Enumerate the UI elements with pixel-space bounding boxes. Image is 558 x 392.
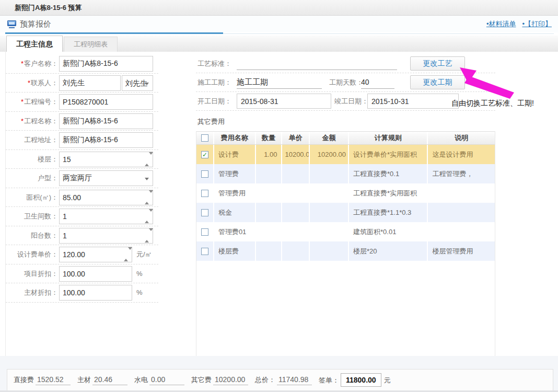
customer-name-input[interactable] (60, 56, 153, 71)
fee-calc-rule: 工程直接费*1.1*0.3 (349, 203, 428, 222)
fee-checkbox-cell (196, 183, 214, 203)
toolbar-divider (223, 33, 554, 34)
column-header: 计算规则 (349, 132, 428, 144)
checkbox-unchecked[interactable] (201, 190, 208, 197)
sign-amount-input[interactable]: 11800.00 (341, 373, 381, 387)
design-fee-unit-price-input[interactable] (60, 247, 132, 262)
checkbox-checked[interactable]: ✓ (201, 151, 208, 158)
fee-row-楼层费[interactable]: 楼层费楼层*20楼层管理费用 (196, 241, 495, 261)
tab-project-main-info[interactable]: 工程主信息 (6, 36, 63, 52)
bathroom-count-field (59, 209, 153, 224)
project-address-input[interactable] (60, 133, 153, 147)
design-fee-unit-price-field (59, 247, 132, 262)
project-form: *客户名称：*联系人：刘先生*工程编号：*工程名称：工程地址：楼层：户型：面积(… (6, 54, 158, 303)
area-input[interactable] (60, 190, 153, 205)
toolbar: 预算报价 •材料清单•【打印】 (0, 16, 558, 32)
spinner-up-icon[interactable] (145, 193, 149, 204)
fee-row-管理费[interactable]: 管理费工程直接费*0.1工程管理费， (196, 164, 495, 183)
fee-note: 楼层管理费用 (428, 241, 495, 261)
balcony-count-field (59, 228, 153, 244)
form-row-project-name: *工程名称： (6, 112, 158, 131)
material-discount-input[interactable] (60, 285, 132, 300)
main-material-value: 20.46 (92, 375, 127, 385)
chevron-down-icon[interactable] (145, 178, 149, 180)
spinner-up-icon[interactable] (145, 212, 149, 223)
spinner-down-icon[interactable] (149, 209, 153, 221)
summary-main-material: 主材20.46 (77, 375, 127, 385)
fee-checkbox-cell (196, 241, 214, 261)
checkbox-unchecked[interactable] (201, 228, 208, 236)
project-no-input[interactable] (60, 95, 153, 109)
project-name-input[interactable] (60, 114, 153, 129)
annotation-arrow (447, 65, 526, 102)
contact-person-select[interactable]: 刘先生 (122, 75, 153, 91)
balcony-count-spinner[interactable] (145, 231, 150, 240)
spinner-down-icon[interactable] (149, 152, 153, 164)
fee-calc-rule: 工程直接费*实用面积 (349, 183, 428, 203)
project-name-field (59, 113, 153, 129)
total-price-label: 总价： (255, 375, 275, 385)
print-link[interactable]: •【打印】 (522, 19, 552, 29)
balcony-count-input[interactable] (60, 228, 153, 243)
schedule-days-label: 工期天数： (329, 73, 363, 92)
fee-calc-rule: 楼层*20 (349, 241, 428, 261)
form-row-balcony-count: 阳台数： (6, 226, 158, 246)
column-header: 数量 (256, 132, 283, 144)
project-discount-unit: % (136, 264, 143, 283)
fee-qty: 1.00 (256, 145, 283, 164)
checkbox-unchecked[interactable] (201, 209, 208, 216)
start-date-input[interactable] (237, 94, 331, 108)
fee-note (428, 183, 495, 203)
direct-fee-label: 直接费 (14, 375, 34, 385)
project-discount-input[interactable] (60, 267, 132, 281)
contact-person-input[interactable] (60, 76, 120, 90)
bathroom-count-input[interactable] (60, 209, 153, 224)
window-titlebar: 新熙门A栋8-15-6 预算 (0, 0, 558, 16)
form-row-project-address: 工程地址： (6, 131, 158, 150)
sign-unit: 元 (384, 376, 391, 385)
form-row-customer-name: *客户名称： (6, 54, 158, 74)
fee-checkbox-cell (196, 222, 214, 241)
spinner-down-icon[interactable] (128, 247, 132, 259)
fee-unit-price (282, 222, 310, 241)
fee-unit-price (282, 183, 310, 203)
select-all-checkbox[interactable] (201, 134, 208, 142)
spinner-up-icon[interactable] (145, 231, 149, 243)
end-date-input[interactable] (368, 94, 458, 108)
summary-sign: 签单：11800.00元 (319, 373, 391, 387)
spinner-up-icon[interactable] (124, 250, 128, 261)
required-marker: * (28, 79, 30, 87)
fee-row-管理费用[interactable]: 管理费用工程直接费*实用面积 (196, 183, 495, 203)
materials-list-link[interactable]: •材料清单 (486, 19, 516, 29)
fee-amount (310, 203, 349, 222)
spinner-down-icon[interactable] (149, 228, 153, 240)
project-discount-field (59, 266, 132, 282)
house-type-input[interactable] (60, 171, 153, 186)
fee-row-税金[interactable]: 税金工程直接费*1.1*0.3 (196, 203, 495, 222)
tab-project-detail-sheet[interactable]: 工程明细表 (64, 37, 118, 52)
floor-spinner[interactable] (145, 155, 150, 164)
project-name-label: *工程名称： (6, 112, 58, 131)
fee-note: 工程管理费， (428, 164, 495, 183)
other-fee-label: 其它费 (191, 375, 212, 385)
column-header: 费用名称 (214, 132, 256, 144)
fee-row-设计费[interactable]: ✓设计费1.0010200.0010200.00设计费单价*实用面积这是设计费用 (196, 145, 495, 164)
total-price-value: 11740.98 (277, 375, 312, 385)
bathroom-count-label: 卫生间数： (6, 207, 58, 226)
bathroom-count-spinner[interactable] (145, 212, 150, 221)
area-spinner[interactable] (145, 193, 150, 202)
design-fee-unit-price-spinner[interactable] (124, 250, 129, 259)
form-row-house-type: 户型： (6, 169, 158, 188)
checkbox-unchecked[interactable] (201, 248, 208, 255)
area-field (59, 190, 153, 205)
spinner-up-icon[interactable] (145, 155, 149, 166)
craft-label: 工艺标准： (197, 54, 231, 73)
fee-row-管理费01[interactable]: 管理费01建筑面积*0.01 (196, 222, 495, 241)
summary-other-fee: 其它费10200.00 (191, 375, 248, 385)
spinner-down-icon[interactable] (149, 190, 153, 202)
fee-amount (310, 241, 349, 261)
balcony-count-label: 阳台数： (6, 226, 58, 245)
floor-input[interactable] (60, 152, 153, 167)
fee-unit-price (282, 203, 310, 222)
checkbox-unchecked[interactable] (201, 170, 208, 178)
